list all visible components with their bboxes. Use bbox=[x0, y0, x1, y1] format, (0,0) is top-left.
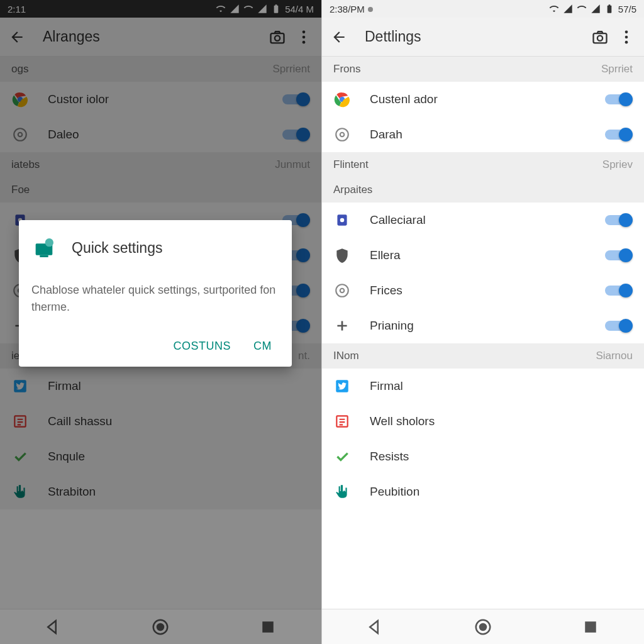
list-item[interactable]: Firmal bbox=[322, 369, 644, 404]
list-item[interactable]: Calleciaral bbox=[322, 203, 644, 238]
toggle-switch[interactable] bbox=[605, 92, 633, 107]
list-item[interactable]: Frices bbox=[322, 273, 644, 308]
list-item[interactable]: Darah bbox=[322, 117, 644, 152]
svg-point-32 bbox=[336, 284, 348, 297]
dialog-icon bbox=[31, 235, 57, 260]
toggle-switch[interactable] bbox=[605, 127, 633, 142]
screen-left: 2:11 54/4 M Alranges ogsSprrientCustor i… bbox=[0, 0, 322, 644]
back-icon[interactable] bbox=[331, 29, 347, 45]
circle-icon bbox=[333, 126, 351, 143]
dialog-title: Quick settings bbox=[72, 240, 162, 257]
circle-icon bbox=[333, 282, 351, 299]
signal-icon-2 bbox=[591, 4, 601, 14]
dialog: Quick settings Chablose whateler quick s… bbox=[19, 220, 292, 367]
wifi-icon-2 bbox=[577, 4, 587, 14]
shield-icon bbox=[333, 247, 351, 264]
item-label: Prianing bbox=[370, 319, 605, 333]
item-label: Peubition bbox=[370, 485, 633, 499]
list-item[interactable]: Custenl ador bbox=[322, 82, 644, 117]
item-label: Well sholors bbox=[370, 414, 633, 428]
list-item[interactable]: Well sholors bbox=[322, 404, 644, 439]
section-title: INom bbox=[333, 350, 359, 362]
hand-icon bbox=[333, 483, 351, 501]
item-label: Darah bbox=[370, 128, 605, 142]
svg-point-33 bbox=[340, 289, 345, 293]
twitter-icon bbox=[333, 377, 351, 395]
svg-rect-21 bbox=[594, 33, 607, 43]
nav-recent-icon[interactable] bbox=[581, 618, 600, 636]
dialog-action-cm[interactable]: CM bbox=[253, 340, 272, 353]
box-icon bbox=[333, 211, 351, 229]
item-label: Custenl ador bbox=[370, 92, 605, 106]
toggle-switch[interactable] bbox=[605, 213, 633, 228]
app-bar: Dettlings bbox=[322, 18, 644, 57]
status-bar: 2:38/PM 57/5 bbox=[322, 0, 644, 18]
camera-icon[interactable] bbox=[591, 28, 609, 46]
item-label: Resists bbox=[370, 450, 633, 464]
section-header: Arpaites bbox=[322, 177, 644, 203]
list-item[interactable]: Ellera bbox=[322, 238, 644, 273]
battery-icon bbox=[604, 4, 614, 14]
item-label: Calleciaral bbox=[370, 213, 605, 227]
status-time: 2:38/PM bbox=[330, 4, 374, 14]
chrome-icon bbox=[333, 91, 351, 108]
check-icon bbox=[333, 448, 351, 465]
section-header: FlintentSpriev bbox=[322, 152, 644, 177]
svg-point-20 bbox=[368, 7, 373, 12]
list-icon bbox=[333, 413, 351, 430]
signal-icon bbox=[563, 4, 573, 14]
toggle-switch[interactable] bbox=[605, 283, 633, 298]
nav-back-icon[interactable] bbox=[366, 618, 385, 636]
section-header: INomSiarnou bbox=[322, 343, 644, 369]
section-title: Flintent bbox=[333, 158, 369, 171]
nav-home-icon[interactable] bbox=[474, 618, 492, 636]
svg-point-24 bbox=[625, 35, 628, 38]
page-title: Dettlings bbox=[365, 28, 582, 45]
item-label: Firmal bbox=[370, 379, 633, 393]
list-item[interactable]: Prianing bbox=[322, 308, 644, 343]
dialog-body: Chablose whateler quick settings, surtpo… bbox=[31, 282, 279, 316]
section-title: Arpaites bbox=[333, 184, 372, 196]
section-sub: Spriev bbox=[602, 158, 633, 171]
wifi-icon bbox=[549, 4, 559, 14]
screen-right: 2:38/PM 57/5 Dettlings FronsSprrietCuste… bbox=[322, 0, 644, 644]
svg-point-22 bbox=[597, 35, 602, 40]
svg-point-23 bbox=[625, 30, 628, 33]
plus-icon bbox=[333, 317, 351, 335]
dialog-action-costuns[interactable]: COSTUNS bbox=[173, 340, 231, 353]
svg-point-37 bbox=[480, 624, 486, 630]
list-item[interactable]: Resists bbox=[322, 439, 644, 474]
status-battery: 57/5 bbox=[618, 4, 636, 14]
svg-point-16 bbox=[45, 238, 53, 247]
toggle-switch[interactable] bbox=[605, 318, 633, 333]
content-area: FronsSprrietCustenl adorDarahFlintentSpr… bbox=[322, 57, 644, 609]
item-label: Frices bbox=[370, 284, 605, 297]
svg-point-28 bbox=[336, 128, 348, 141]
section-title: Frons bbox=[333, 63, 360, 75]
section-sub: Sprriet bbox=[601, 63, 633, 75]
nav-bar bbox=[322, 609, 644, 644]
svg-point-25 bbox=[625, 40, 628, 43]
svg-point-31 bbox=[340, 218, 345, 223]
svg-point-29 bbox=[340, 133, 345, 137]
svg-rect-38 bbox=[585, 621, 596, 633]
item-label: Ellera bbox=[370, 248, 605, 262]
toggle-switch[interactable] bbox=[605, 248, 633, 263]
overflow-icon[interactable] bbox=[618, 28, 635, 46]
section-header: FronsSprriet bbox=[322, 57, 644, 82]
section-sub: Siarnou bbox=[596, 350, 633, 362]
list-item[interactable]: Peubition bbox=[322, 474, 644, 509]
